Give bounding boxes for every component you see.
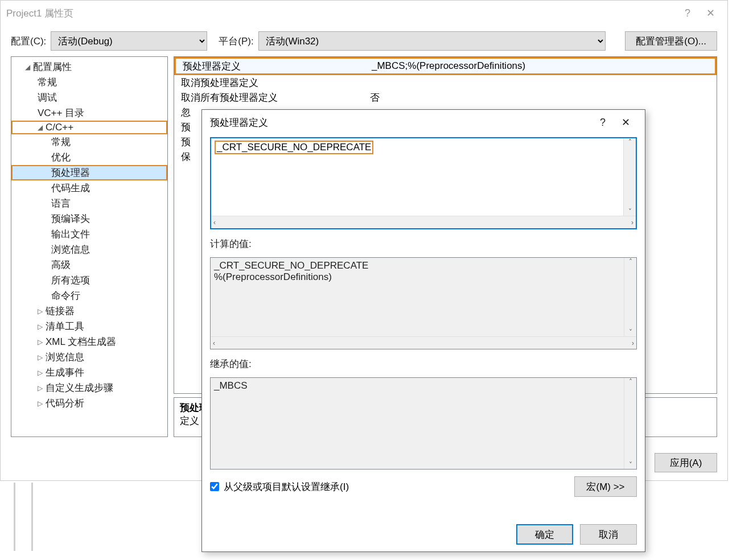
category-tree[interactable]: ◢配置属性 常规 调试 VC++ 目录 ◢C/C++ 常规 优化 预处理器 代码… (11, 56, 168, 437)
edit-value-highlight: _CRT_SECURE_NO_DEPRECATE (215, 141, 373, 154)
scroll-up-icon[interactable]: ˄ (628, 138, 632, 146)
close-icon[interactable]: ✕ (699, 7, 722, 19)
config-label: 配置(C): (11, 35, 46, 48)
tree-node-cpp-advanced[interactable]: 高级 (11, 257, 167, 273)
definitions-textarea[interactable]: _CRT_SECURE_NO_DEPRECATE (211, 138, 623, 216)
inherited-values-box: _MBCS ˄˅ (210, 377, 637, 470)
prop-key: 取消预处理器定义 (174, 76, 368, 89)
scrollbar-vertical[interactable]: ˄˅ (624, 378, 636, 469)
decorative-bar (14, 483, 15, 551)
expand-icon[interactable]: ▷ (38, 369, 46, 377)
tree-node-cpp-browse[interactable]: 浏览信息 (11, 242, 167, 257)
inherit-checkbox-label: 从父级或项目默认设置继承(I) (224, 480, 349, 493)
prop-key: 预处理器定义 (176, 60, 369, 73)
prop-row-preprocessor-defs[interactable]: 预处理器定义 _MBCS;%(PreprocessorDefinitions) (176, 59, 715, 73)
definitions-edit-box[interactable]: _CRT_SECURE_NO_DEPRECATE ˄˅ ‹› (210, 137, 637, 229)
ok-button[interactable]: 确定 (516, 524, 573, 545)
expand-icon[interactable]: ▷ (38, 307, 46, 315)
scrollbar-horizontal[interactable]: ‹› (211, 216, 636, 228)
help-icon[interactable]: ? (591, 117, 614, 129)
platform-select[interactable]: 活动(Win32) (258, 31, 606, 51)
prop-value[interactable]: 否 (368, 91, 717, 104)
calculated-values-box: _CRT_SECURE_NO_DEPRECATE %(PreprocessorD… (210, 257, 637, 349)
dialog-title: 预处理器定义 (210, 116, 268, 129)
config-manager-button[interactable]: 配置管理器(O)... (625, 31, 717, 51)
tree-node-cpp-codegen[interactable]: 代码生成 (11, 180, 167, 196)
dialog-footer: 确定 取消 (202, 517, 645, 551)
decorative-bar (31, 483, 33, 551)
scroll-left-icon[interactable]: ‹ (213, 339, 215, 347)
scroll-left-icon[interactable]: ‹ (213, 219, 216, 227)
scrollbar-vertical[interactable]: ˄˅ (623, 138, 636, 216)
cancel-button[interactable]: 取消 (580, 524, 637, 545)
prop-row-undef[interactable]: 取消预处理器定义 (174, 75, 717, 90)
apply-button[interactable]: 应用(A) (655, 453, 717, 472)
expand-icon[interactable]: ▷ (38, 323, 46, 331)
tree-node-cpp-cmdline[interactable]: 命令行 (11, 288, 167, 303)
tree-node-cpp-all[interactable]: 所有选项 (11, 273, 167, 288)
tree-node-buildevents[interactable]: ▷生成事件 (11, 365, 167, 380)
collapse-icon[interactable]: ◢ (38, 123, 46, 131)
platform-label: 平台(P): (219, 35, 253, 48)
expand-icon[interactable]: ▷ (38, 353, 46, 361)
scroll-right-icon[interactable]: › (632, 339, 634, 347)
tree-node-cpp-general[interactable]: 常规 (11, 134, 167, 150)
inherit-checkbox[interactable] (210, 482, 219, 491)
dialog-titlebar: 预处理器定义 ? ✕ (202, 110, 645, 135)
expand-icon[interactable]: ▷ (38, 338, 46, 346)
prop-key: 取消所有预处理器定义 (174, 91, 368, 104)
help-icon[interactable]: ? (676, 7, 699, 19)
footer: 应用(A) (655, 453, 717, 472)
tree-node-codeanalysis[interactable]: ▷代码分析 (11, 396, 167, 411)
window-title: Project1 属性页 (6, 7, 73, 20)
prop-row-undef-all[interactable]: 取消所有预处理器定义 否 (174, 90, 717, 105)
scroll-up-icon[interactable]: ˄ (629, 378, 632, 386)
tree-node-linker[interactable]: ▷链接器 (11, 303, 167, 319)
scroll-down-icon[interactable]: ˅ (628, 208, 632, 216)
calculated-label: 计算的值: (210, 237, 637, 250)
tree-node-config-root[interactable]: ◢配置属性 (11, 59, 167, 75)
close-icon[interactable]: ✕ (614, 116, 637, 129)
config-select[interactable]: 活动(Debug) (51, 31, 207, 51)
expand-icon[interactable]: ▷ (38, 384, 46, 392)
inherited-label: 继承的值: (210, 357, 637, 370)
tree-node-debug[interactable]: 调试 (11, 90, 167, 105)
scroll-down-icon[interactable]: ˅ (629, 328, 632, 336)
inherit-checkbox-row: 从父级或项目默认设置继承(I) (210, 480, 349, 493)
macro-button[interactable]: 宏(M) >> (574, 476, 637, 497)
highlight-box: 预处理器定义 _MBCS;%(PreprocessorDefinitions) (174, 57, 717, 75)
calculated-values-text: _CRT_SECURE_NO_DEPRECATE %(PreprocessorD… (211, 258, 624, 336)
tree-node-cpp-optimize[interactable]: 优化 (11, 150, 167, 165)
scroll-down-icon[interactable]: ˅ (629, 461, 632, 469)
tree-node-xmldoc[interactable]: ▷XML 文档生成器 (11, 334, 167, 349)
titlebar: Project1 属性页 ? ✕ (1, 1, 727, 26)
tree-node-cpp-output[interactable]: 输出文件 (11, 227, 167, 242)
tree-node-cpp[interactable]: ◢C/C++ (11, 121, 167, 134)
tree-node-cpp-pch[interactable]: 预编译头 (11, 211, 167, 227)
tree-node-cpp-preprocessor[interactable]: 预处理器 (11, 165, 167, 180)
tree-node-cpp-lang[interactable]: 语言 (11, 196, 167, 211)
tree-node-vcdirs[interactable]: VC++ 目录 (11, 105, 167, 121)
scroll-up-icon[interactable]: ˄ (629, 258, 632, 266)
tree-node-browse[interactable]: ▷浏览信息 (11, 349, 167, 365)
tree-node-custombuild[interactable]: ▷自定义生成步骤 (11, 380, 167, 396)
inherited-values-text: _MBCS (211, 378, 624, 469)
scrollbar-horizontal[interactable]: ‹› (211, 336, 636, 349)
tree-node-manifest[interactable]: ▷清单工具 (11, 319, 167, 334)
tree-node-general[interactable]: 常规 (11, 75, 167, 90)
prop-value[interactable]: _MBCS;%(PreprocessorDefinitions) (369, 60, 715, 72)
expand-icon[interactable]: ▷ (38, 400, 46, 407)
preprocessor-definitions-dialog: 预处理器定义 ? ✕ _CRT_SECURE_NO_DEPRECATE ˄˅ ‹… (201, 109, 645, 552)
toolbar: 配置(C): 活动(Debug) 平台(P): 活动(Win32) 配置管理器(… (1, 26, 727, 56)
collapse-icon[interactable]: ◢ (25, 63, 33, 71)
scroll-right-icon[interactable]: › (631, 219, 633, 227)
scrollbar-vertical[interactable]: ˄˅ (624, 258, 636, 336)
